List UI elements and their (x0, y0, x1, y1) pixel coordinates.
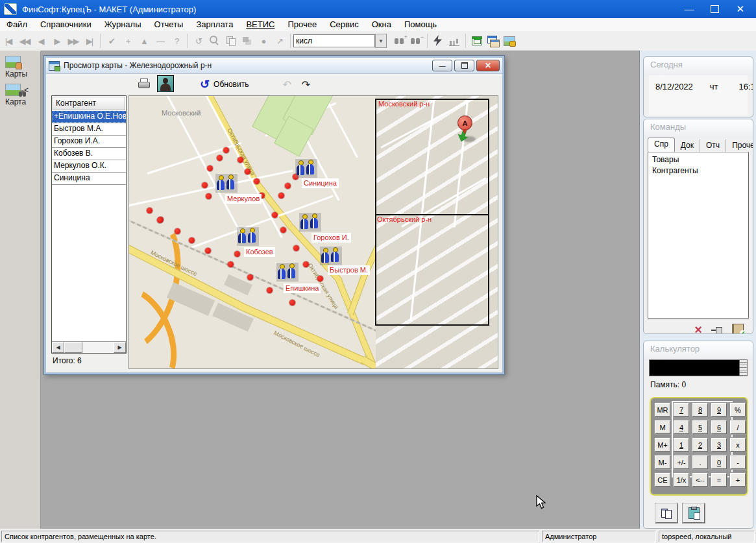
map-dot[interactable] (228, 261, 234, 267)
map-canvas[interactable]: МеркуловСиницинаГорохов И.КобозевБыстров… (128, 95, 498, 369)
paste-clipboard-button[interactable] (683, 503, 705, 523)
contractor-row[interactable]: +Епишкина О.Е.Ново (52, 111, 126, 123)
exchange-icon[interactable] (430, 33, 446, 49)
paste-icon[interactable] (239, 33, 255, 49)
photo-button[interactable] (157, 75, 174, 94)
calc-button-M-[interactable]: M- (655, 455, 670, 469)
undo-icon[interactable]: ↶ (282, 78, 291, 91)
next-page-icon[interactable]: ▶▶ (65, 33, 81, 49)
journal-check-icon[interactable]: ✓ (732, 324, 744, 334)
calc-button-=[interactable]: = (711, 473, 727, 487)
calc-button-%[interactable]: % (730, 403, 746, 416)
tab-2[interactable]: Док (675, 139, 700, 152)
map-dot[interactable] (280, 227, 286, 233)
close-button[interactable]: ✕ (736, 0, 744, 18)
map-window-close-button[interactable]: ✕ (476, 60, 500, 71)
contractor-row[interactable]: Быстров М.А. (52, 123, 126, 136)
cascade-windows-icon[interactable] (485, 33, 501, 49)
calc-button-5[interactable]: 5 (692, 420, 708, 434)
scroll-right-button[interactable]: ▶ (114, 342, 126, 353)
add-icon[interactable]: + (119, 33, 136, 49)
contractor-row[interactable]: Синицина (52, 173, 126, 185)
calc-button-+[interactable]: + (730, 473, 746, 487)
prev-record-icon[interactable]: ◀ (32, 33, 49, 49)
calc-button-x[interactable]: x (730, 438, 746, 452)
contractor-list-header[interactable]: Контрагент (53, 97, 125, 110)
calc-button-8[interactable]: 8 (692, 403, 708, 416)
command-item[interactable]: Контрагенты (648, 165, 748, 176)
prev-page-icon[interactable]: ◀◀ (16, 33, 32, 49)
help-icon[interactable]: ? (168, 33, 184, 49)
menu-item-4[interactable]: Отчеты (148, 18, 190, 31)
maximize-button[interactable] (711, 5, 719, 13)
command-item[interactable]: Товары (648, 154, 748, 165)
calc-button-.[interactable]: . (692, 455, 708, 469)
confirm-icon[interactable]: ✔ (103, 33, 119, 49)
tab-3[interactable]: Отч (700, 139, 726, 152)
tab-1[interactable]: Спр (648, 138, 675, 152)
calc-button-<--[interactable]: <-- (692, 473, 708, 487)
contractor-list-hscrollbar[interactable]: ◀ ▶ (52, 341, 126, 353)
calc-button-+/-[interactable]: +/- (674, 455, 689, 469)
map-dot[interactable] (175, 228, 180, 234)
delete-command-icon[interactable]: × (694, 324, 702, 335)
contractor-marker-icon[interactable] (276, 263, 299, 282)
find-next-icon[interactable] (392, 33, 408, 49)
menu-item-3[interactable]: Журналы (98, 18, 148, 31)
location-pin[interactable]: A (455, 115, 477, 144)
goto-icon[interactable]: ↗ (271, 33, 287, 49)
map-dot[interactable] (207, 165, 213, 171)
contractor-marker-label[interactable]: Горохов И. (311, 233, 351, 243)
edit-icon[interactable]: ▲ (136, 33, 152, 49)
menu-item-1[interactable]: Файл (0, 18, 34, 31)
calc-button-M[interactable]: M (655, 420, 670, 434)
menu-item-10[interactable]: Помощь (398, 18, 443, 31)
map-dot[interactable] (317, 276, 323, 282)
first-record-icon[interactable]: |◀ (0, 33, 16, 49)
contractor-marker-icon[interactable] (215, 174, 238, 193)
contractor-row[interactable]: Горохов И.А. (52, 136, 126, 148)
calc-button-3[interactable]: 3 (711, 438, 727, 452)
map-window-restore-button[interactable] (454, 60, 474, 71)
map-dot[interactable] (189, 237, 195, 243)
contractor-row[interactable]: Меркулов О.К. (52, 160, 126, 173)
map-dot[interactable] (202, 182, 208, 188)
menu-item-5[interactable]: Зарплата (189, 18, 239, 31)
sidebar-item-2[interactable]: <Карта (0, 78, 40, 106)
map-dot[interactable] (272, 212, 278, 218)
map-dot[interactable] (289, 300, 295, 306)
menu-item-9[interactable]: Окна (365, 18, 398, 31)
map-dot[interactable] (205, 248, 211, 254)
calc-button-9[interactable]: 9 (711, 403, 727, 416)
map-dot[interactable] (245, 169, 250, 175)
calc-button-7[interactable]: 7 (674, 403, 689, 416)
delete-icon[interactable]: — (152, 33, 168, 49)
refresh-icon[interactable]: ↺ (190, 33, 206, 49)
record-circle-icon[interactable]: ● (255, 33, 271, 49)
menu-item-2[interactable]: Справочники (34, 18, 98, 31)
contractor-marker-icon[interactable] (295, 159, 317, 178)
calc-button-M+[interactable]: M+ (655, 438, 670, 452)
map-dot[interactable] (267, 287, 273, 293)
contractor-row[interactable]: Кобозев В. (52, 148, 126, 160)
scrollbar-track[interactable] (64, 342, 114, 353)
print-button[interactable] (138, 79, 149, 90)
map-dot[interactable] (157, 217, 163, 223)
minimize-button[interactable]: — (684, 0, 694, 18)
map-dot[interactable] (234, 251, 240, 257)
map-dot[interactable] (147, 208, 152, 213)
map-dot[interactable] (254, 178, 260, 184)
map-dot[interactable] (293, 245, 299, 251)
last-record-icon[interactable]: ▶| (81, 33, 97, 49)
calculator-display[interactable] (649, 359, 748, 376)
contractor-marker-icon[interactable] (320, 247, 342, 265)
sidebar-item-1[interactable]: Карты (0, 51, 40, 78)
calc-button-1[interactable]: 1 (674, 438, 689, 452)
zoom-icon[interactable] (206, 33, 223, 49)
calc-button-1/x[interactable]: 1/x (674, 473, 689, 487)
image-lock-icon[interactable] (501, 33, 517, 49)
map-window-title-bar[interactable]: Просмотр карты - Железнодорожный р-н — ✕ (46, 58, 502, 74)
find-prev-icon[interactable] (408, 33, 424, 49)
new-window-icon[interactable] (469, 33, 485, 49)
calc-button-/[interactable]: / (730, 420, 746, 434)
